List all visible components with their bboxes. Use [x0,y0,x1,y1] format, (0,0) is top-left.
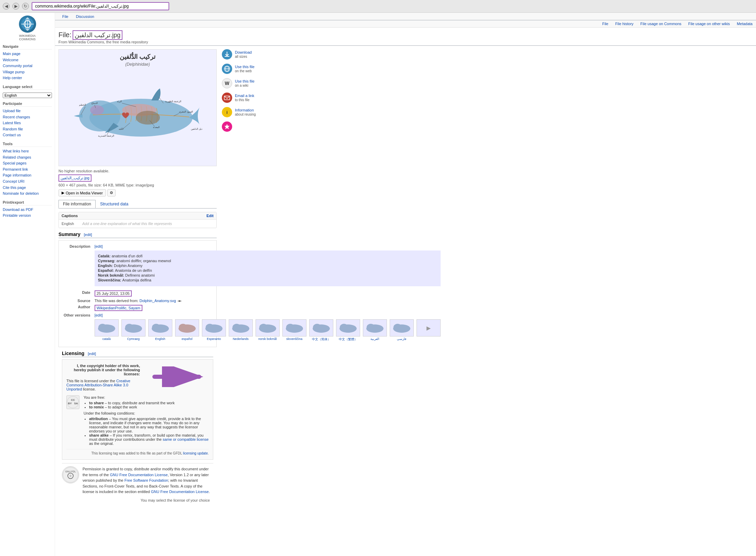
fsf-link[interactable]: Free Software Foundation [125,478,168,482]
sidebar-language: Language select English [3,85,52,98]
cc-icon: CC BY SA [66,395,79,409]
same-license-link[interactable]: same or compatible license [163,437,208,441]
use-wiki-text: Use this file on a wiki [235,79,255,87]
email-text: Email a link to this file [235,94,254,102]
top-tab-usage-commons[interactable]: File usage on Commons [640,22,681,26]
info-link[interactable]: Information [235,108,256,112]
sidebar-link-recent[interactable]: Recent changes [3,114,52,120]
top-tab-history[interactable]: File history [615,22,634,26]
other-versions-label: Other versions [62,312,93,344]
use-web-link[interactable]: Use this file [235,65,255,69]
gear-button[interactable]: ⚙ [107,189,116,196]
sidebar-link-upload[interactable]: Upload file [3,108,52,114]
summary-edit[interactable]: [edit] [84,233,92,237]
gfdl-license-link[interactable]: GNU Free Documentation License [110,473,168,477]
sidebar-tools: Tools What links here Related changes Sp… [3,142,52,197]
captions-header: Captions Edit [59,212,216,220]
author-link[interactable]: WikipedianProlific, Sayam [97,306,140,310]
description-label: Description [62,243,93,289]
sidebar-link-nominate[interactable]: Nominate for deletion [3,191,52,197]
gfdl-update-link[interactable]: licensing update [183,451,208,455]
cc-freedoms: You are free: to share – to copy, distri… [84,395,209,446]
captions-title: Captions [62,214,78,218]
gfdl-section-link[interactable]: GNU Free Documentation License [151,490,209,494]
right-panel: Download all sizes Use this file [222,49,291,506]
tab-discussion[interactable]: Discussion [72,13,98,20]
address-bar[interactable] [32,2,169,10]
sidebar-link-cite[interactable]: Cite this page [3,185,52,191]
open-media-viewer-button[interactable]: ▶ Open in Media Viewer [58,189,106,196]
sidebar-link-contact[interactable]: Contact us [3,132,52,138]
download-link[interactable]: Download [235,50,252,54]
captions-box: Captions Edit English Add a one-line exp… [58,212,217,228]
back-button[interactable]: ◀ [3,3,10,10]
thumb-catala: català [95,319,119,342]
sidebar-link-village[interactable]: Village pump [3,69,52,75]
sidebar-link-related[interactable]: Related changes [3,154,52,161]
captions-placeholder[interactable]: Add a one-line explanation of what this … [82,222,172,226]
info-tabs: File information Structured data [58,200,217,208]
sidebar-link-community[interactable]: Community portal [3,63,52,69]
summary-section: Summary [edit] Description [edit] Català… [58,232,217,347]
licensing-edit[interactable]: [edit] [88,352,96,356]
download-icon [222,49,232,60]
forward-button[interactable]: ▶ [12,3,19,10]
language-title: Language select [3,85,52,90]
sidebar-link-special[interactable]: Special pages [3,160,52,167]
tab-file[interactable]: File [58,13,72,20]
svg-text:الرئة: الرئة [117,100,122,103]
author-box: WikipedianProlific, Sayam [95,305,142,311]
action-download[interactable]: Download all sizes [222,49,291,60]
other-versions-edit[interactable]: [edit] [95,313,103,317]
email-icon [222,93,232,103]
sidebar-link-permanent[interactable]: Permanent link [3,167,52,173]
sidebar-link-main[interactable]: Main page [3,51,52,57]
svg-text:CC: CC [71,398,75,402]
use-wiki-link[interactable]: Use this file [235,79,255,83]
sidebar-link-random[interactable]: Random file [3,126,52,132]
dolphin-subtitle: (Delphinidae) [62,62,213,67]
sidebar-logo: WIKIMEDIACOMMONS [3,15,52,41]
action-info[interactable]: i Information about reusing [222,107,291,117]
sidebar-link-concept[interactable]: Concept URI [3,179,52,185]
sidebar-logo-text: WIKIMEDIACOMMONS [19,34,35,41]
sidebar-link-welcome[interactable]: Welcome [3,57,52,63]
browser-chrome: ◀ ▶ ↻ [0,0,756,13]
top-tab-metadata[interactable]: Metadata [737,22,753,26]
svg-text:العمود الفقري: العمود الفقري [179,110,193,113]
wikimedia-logo [19,15,36,33]
svg-rect-62 [225,56,229,57]
description-edit-link[interactable]: [edit] [95,244,103,248]
sidebar-link-printable[interactable]: Printable version [3,213,52,219]
action-email[interactable]: Email a link to this file [222,93,291,103]
file-header: File: تركيب الدلفين.jpg From Wikimedia C… [55,28,756,46]
action-use-web[interactable]: Use this file on the web [222,64,291,74]
no-higher-res-text: No higher resolution available. [58,169,217,173]
sidebar-link-whatlinks[interactable]: What links here [3,148,52,154]
sidebar-link-latest[interactable]: Latest files [3,120,52,126]
top-tab-usage-other[interactable]: File usage on other wikis [688,22,730,26]
language-select[interactable]: English [3,93,52,98]
sidebar-link-help[interactable]: Help center [3,75,52,81]
sidebar-participate: Participate Upload file Recent changes L… [3,101,52,138]
sidebar-link-pageinfo[interactable]: Page information [3,172,52,179]
refresh-button[interactable]: ↻ [22,3,29,10]
action-use-wiki[interactable]: W Use this file on a wiki [222,78,291,88]
svg-text:الزعنفة الصدرية: الزعنفة الصدرية [98,135,114,137]
svg-point-37 [206,324,214,331]
svg-text:©: © [69,475,72,477]
tab-file-info[interactable]: File information [58,200,96,208]
filename-box[interactable]: تركيب_الدلفين.jpg [58,174,91,182]
condition-share-alike: share alike – If you remix, transform, o… [89,433,209,446]
svg-point-29 [98,324,107,331]
email-link[interactable]: Email a link [235,94,254,98]
sidebar-link-pdf[interactable]: Download as PDF [3,207,52,213]
tab-structured-data[interactable]: Structured data [96,200,133,208]
svg-point-27 [179,300,180,302]
author-label: Author [62,304,93,312]
top-tab-file[interactable]: File [602,22,608,26]
action-favorite[interactable] [222,121,291,132]
captions-edit-link[interactable]: Edit [206,214,214,218]
gfdl-icon: GNU FDL © [62,466,79,483]
source-link[interactable]: Dolphin_Anatomy.svg [139,299,176,303]
